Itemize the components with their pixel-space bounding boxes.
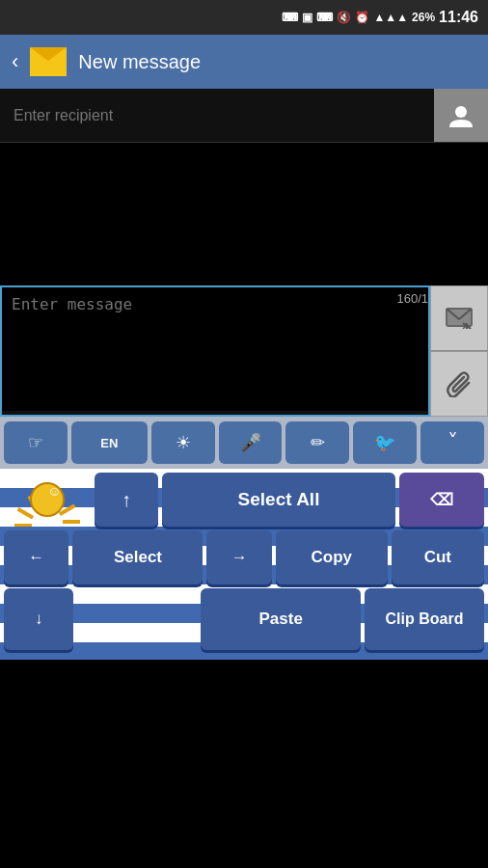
- paste-label: Paste: [259, 610, 303, 629]
- message-input[interactable]: [2, 287, 428, 411]
- mail-icon: [30, 47, 67, 76]
- message-counter: 160/1: [396, 291, 428, 306]
- backspace-key[interactable]: ⌫: [399, 473, 484, 527]
- spacer-key: [77, 588, 197, 650]
- mic-tool-button[interactable]: 🎤: [219, 421, 283, 464]
- language-icon: EN: [100, 436, 118, 450]
- gesture-tool-button[interactable]: ☞: [4, 421, 68, 464]
- keyboard-toolbar: ☞ EN ☀ 🎤 ✏ 🐦 ˅: [0, 417, 488, 469]
- keyboard-area: ☺ ↑ Select All ⌫ ← Select → Copy Cut: [0, 469, 488, 660]
- sun-circle: ☺: [30, 482, 65, 517]
- status-icons: ⌨ ▣ ⌨ 🔇 ⏰ ▲▲▲ 26% 11:46: [282, 9, 478, 26]
- compose-area: [0, 143, 488, 285]
- back-button[interactable]: ‹: [12, 49, 18, 74]
- cut-label: Cut: [424, 548, 451, 567]
- message-actions: [430, 285, 488, 417]
- sun-icon: ☀: [176, 432, 191, 453]
- twitter-icon: 🐦: [374, 432, 395, 453]
- svg-point-0: [455, 106, 467, 118]
- down-arrow-icon: ↓: [35, 610, 43, 629]
- status-battery: 26%: [412, 11, 435, 24]
- chevron-down-icon: ˅: [447, 430, 458, 455]
- select-all-key[interactable]: Select All: [162, 473, 395, 527]
- status-time: 11:46: [439, 9, 478, 26]
- language-tool-button[interactable]: EN: [71, 421, 148, 464]
- twitter-tool-button[interactable]: 🐦: [353, 421, 417, 464]
- clipboard-label: Clip Board: [386, 610, 464, 628]
- select-key[interactable]: Select: [72, 530, 203, 584]
- recipient-input[interactable]: [0, 89, 434, 142]
- sun-image: ☺: [14, 473, 81, 527]
- copy-key[interactable]: Copy: [276, 530, 388, 584]
- keyboard-row-3: ↓ Paste Clip Board: [4, 588, 484, 650]
- status-muted-icon: 🔇: [337, 11, 351, 24]
- select-all-label: Select All: [238, 489, 320, 510]
- recipient-area: [0, 89, 488, 143]
- copy-label: Copy: [312, 548, 353, 567]
- status-alarm-icon: ⏰: [355, 11, 369, 24]
- up-arrow-key[interactable]: ↑: [95, 473, 158, 527]
- status-signal-icon: ▲▲▲: [373, 11, 408, 24]
- contact-picker-button[interactable]: [434, 89, 488, 142]
- up-arrow-icon: ↑: [122, 489, 131, 511]
- status-keyboard-icon: ⌨: [316, 11, 333, 24]
- keyboard-row-1: ☺ ↑ Select All ⌫: [4, 473, 484, 527]
- left-arrow-key[interactable]: ←: [4, 530, 68, 584]
- app-bar: ‹ New message: [0, 35, 488, 89]
- pencil-icon: ✏: [311, 432, 325, 453]
- status-bar: ⌨ ▣ ⌨ 🔇 ⏰ ▲▲▲ 26% 11:46: [0, 0, 488, 35]
- sun-tool-button[interactable]: ☀: [151, 421, 215, 464]
- clipboard-key[interactable]: Clip Board: [365, 588, 484, 650]
- sun-face: ☺: [47, 484, 61, 498]
- select-label: Select: [114, 548, 162, 567]
- mic-icon: 🎤: [240, 432, 261, 453]
- pencil-tool-button[interactable]: ✏: [285, 421, 349, 464]
- attach-button[interactable]: [430, 351, 488, 417]
- status-usb-icon: ⌨: [282, 11, 298, 24]
- right-arrow-key[interactable]: →: [206, 530, 271, 584]
- left-arrow-icon: ←: [28, 548, 44, 567]
- message-textarea-wrap: [0, 285, 430, 417]
- backspace-icon: ⌫: [430, 490, 453, 510]
- status-image-icon: ▣: [302, 11, 312, 24]
- sun-keyboard-key: ☺: [4, 473, 91, 527]
- down-arrow-key[interactable]: ↓: [4, 588, 73, 650]
- page-title: New message: [78, 51, 201, 73]
- cut-key[interactable]: Cut: [392, 530, 484, 584]
- keyboard-row-2: ← Select → Copy Cut: [4, 530, 484, 584]
- right-arrow-icon: →: [231, 548, 248, 567]
- collapse-keyboard-button[interactable]: ˅: [420, 421, 484, 464]
- send-button[interactable]: [430, 285, 488, 351]
- hand-icon: ☞: [28, 432, 43, 453]
- paste-key[interactable]: Paste: [201, 588, 360, 650]
